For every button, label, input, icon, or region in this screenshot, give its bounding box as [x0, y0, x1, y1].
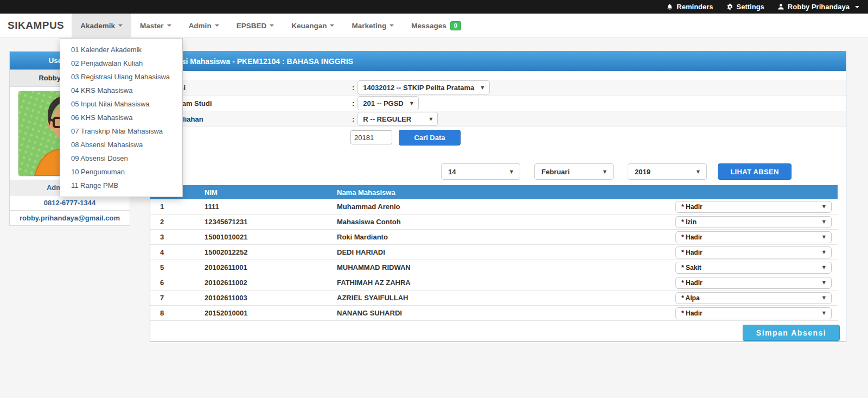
nav-item-messages[interactable]: Messages 0: [403, 14, 470, 37]
lihat-absen-button[interactable]: LIHAT ABSEN: [718, 163, 792, 180]
date-picker-row: 14 ▼ Februari ▼ 2019 ▼ LIHAT ABSEN: [150, 163, 846, 180]
table-row: 1 1111 Muhammad Arenio * Hadir▼: [150, 199, 838, 214]
select-arrow-icon: ▼: [822, 265, 826, 270]
user-name-label: Robby Prihandaya: [788, 3, 850, 11]
cell-nim: 20102611002: [205, 279, 337, 287]
cell-nim: 15001010021: [205, 233, 337, 241]
menu-item-kalender-akademik[interactable]: 01 Kalender Akademik: [60, 43, 182, 56]
lokasi-select[interactable]: 14032012 -- STKIP Pelita Pratama ▼: [358, 80, 489, 94]
form-row-periode: Cari Data: [150, 127, 846, 148]
status-value: * Izin: [681, 218, 697, 226]
table-row: 4 15002012252 DEDI HARIADI * Hadir▼: [150, 245, 838, 260]
status-select[interactable]: * Alpa▼: [675, 292, 832, 304]
nav-item-keuangan[interactable]: Keuangan: [283, 14, 343, 37]
table-row: 6 20102611002 FATHIMAH AZ ZAHRA * Hadir▼: [150, 275, 838, 290]
caret-down-icon: [855, 6, 859, 8]
menu-item-registrasi-ulang[interactable]: 03 Registrasi Ulang Mahasiswa: [60, 70, 182, 84]
perkuliahan-select[interactable]: R -- REGULER ▼: [358, 112, 438, 126]
cell-no: 3: [150, 233, 205, 241]
day-select[interactable]: 14 ▼: [441, 163, 520, 180]
menu-item-input-nilai[interactable]: 05 Input Nilai Mahasiswa: [60, 97, 182, 111]
nav-label: Messages: [411, 22, 446, 30]
cell-no: 2: [150, 218, 205, 226]
year-select[interactable]: 2019 ▼: [628, 163, 707, 180]
nav-item-akademik[interactable]: Akademik: [72, 14, 131, 37]
cari-data-button[interactable]: Cari Data: [399, 130, 461, 146]
simpan-absensi-button[interactable]: Simpan Absensi: [743, 325, 840, 341]
cell-no: 5: [150, 263, 205, 271]
nav-item-master[interactable]: Master: [131, 14, 180, 37]
header-name: Nama Mahasiswa: [337, 188, 662, 197]
cell-name: AZRIEL SYAIFULLAH: [337, 294, 662, 302]
user-email-link[interactable]: robby.prihandaya@gmail.com: [10, 210, 130, 225]
table-row: 2 12345671231 Mahasiswa Contoh * Izin▼: [150, 214, 838, 230]
status-select[interactable]: * Sakit▼: [675, 262, 832, 274]
akademik-dropdown-menu: 01 Kalender Akademik 02 Penjadwalan Kuli…: [60, 38, 183, 197]
nav-label: Master: [140, 22, 164, 30]
table-row: 8 20152010001 NANANG SUHARDI * Hadir▼: [150, 306, 838, 321]
cell-nim: 15002012252: [205, 248, 337, 256]
user-menu-button[interactable]: Robby Prihandaya: [777, 3, 859, 11]
select-arrow-icon: ▼: [822, 250, 826, 255]
periode-input[interactable]: [350, 130, 392, 144]
select-arrow-icon: ▼: [429, 117, 432, 122]
menu-item-absensi-mahasiswa[interactable]: 08 Absensi Mahasiswa: [60, 138, 182, 151]
menu-item-krs-mahasiswa[interactable]: 04 KRS Mahasiswa: [60, 84, 182, 97]
select-arrow-icon: ▼: [822, 295, 826, 300]
status-select[interactable]: * Hadir▼: [675, 247, 832, 258]
caret-down-icon: [330, 24, 334, 27]
bell-icon: [666, 3, 673, 11]
reminders-label: Reminders: [676, 3, 713, 11]
status-select[interactable]: * Izin▼: [675, 216, 832, 228]
status-value: * Hadir: [681, 309, 703, 317]
cell-name: FATHIMAH AZ ZAHRA: [337, 279, 662, 287]
month-select[interactable]: Februari ▼: [534, 163, 614, 180]
settings-button[interactable]: Settings: [726, 3, 764, 11]
cell-nim: 12345671231: [205, 218, 337, 226]
colon: :: [352, 84, 354, 92]
user-phone-link[interactable]: 0812-6777-1344: [10, 195, 130, 210]
reminders-button[interactable]: Reminders: [666, 3, 713, 11]
panel-title: Absensi Mahasiswa - PKEM12104 : BAHASA I…: [150, 52, 846, 71]
nav-label: Marketing: [352, 22, 386, 30]
menu-item-absensi-dosen[interactable]: 09 Absensi Dosen: [60, 151, 182, 165]
cell-name: Roki Mardianto: [337, 233, 662, 241]
brand-logo[interactable]: SIKAMPUS: [0, 14, 72, 37]
settings-label: Settings: [737, 3, 764, 11]
nav-item-admin[interactable]: Admin: [180, 14, 228, 37]
nav-item-marketing[interactable]: Marketing: [343, 14, 403, 37]
nav-label: Admin: [189, 22, 212, 30]
cell-name: DEDI HARIADI: [337, 248, 662, 256]
select-arrow-icon: ▼: [822, 219, 826, 224]
menu-item-khs-mahasiswa[interactable]: 06 KHS Mahasiswa: [60, 111, 182, 124]
select-arrow-icon: ▼: [697, 169, 700, 174]
program-studi-select[interactable]: 201 -- PGSD ▼: [358, 96, 419, 110]
status-select[interactable]: * Hadir▼: [675, 231, 832, 243]
menu-item-pengumuman[interactable]: 10 Pengumuman: [60, 165, 182, 179]
menu-item-penjadwalan-kuliah[interactable]: 02 Penjadwalan Kuliah: [60, 56, 182, 70]
status-select[interactable]: * Hadir▼: [675, 307, 832, 319]
cell-no: 7: [150, 294, 205, 302]
cell-name: MUHAMMAD RIDWAN: [337, 263, 662, 271]
form-row-program-studi: Program Studi : 201 -- PGSD ▼: [150, 96, 846, 111]
select-arrow-icon: ▼: [603, 169, 607, 174]
cell-name: Muhammad Arenio: [337, 203, 662, 211]
caret-down-icon: [390, 24, 394, 27]
header-nim: NIM: [205, 188, 337, 197]
nav-item-epsbed[interactable]: EPSBED: [228, 14, 283, 37]
select-arrow-icon: ▼: [410, 101, 413, 106]
status-select[interactable]: * Hadir▼: [675, 277, 832, 289]
cell-no: 6: [150, 279, 205, 287]
month-value: Februari: [541, 168, 570, 176]
menu-item-transkrip-nilai[interactable]: 07 Transkrip Nilai Mahasiswa: [60, 124, 182, 138]
day-value: 14: [448, 168, 456, 176]
table-row: 3 15001010021 Roki Mardianto * Hadir▼: [150, 230, 838, 245]
status-select[interactable]: * Hadir▼: [675, 201, 832, 213]
table-row: 5 20102611001 MUHAMMAD RIDWAN * Sakit▼: [150, 260, 838, 275]
table-row: 7 20102611003 AZRIEL SYAIFULLAH * Alpa▼: [150, 290, 838, 306]
lokasi-value: 14032012 -- STKIP Pelita Pratama: [363, 84, 474, 92]
menu-item-range-pmb[interactable]: 11 Range PMB: [60, 179, 182, 192]
nav-label: Akademik: [80, 22, 115, 30]
cell-nim: 1111: [205, 203, 337, 211]
cell-nim: 20102611001: [205, 263, 337, 271]
